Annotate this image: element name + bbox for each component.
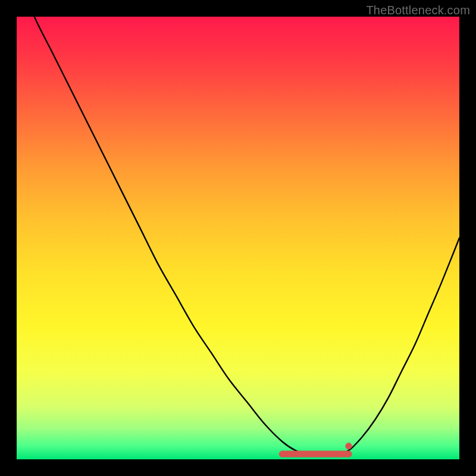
curve-layer bbox=[17, 17, 459, 459]
watermark-text: TheBottleneck.com bbox=[366, 4, 470, 17]
marker-dot bbox=[346, 443, 352, 449]
plot-area bbox=[17, 17, 459, 459]
chart-frame: TheBottleneck.com bbox=[0, 0, 476, 476]
bottleneck-curve bbox=[17, 0, 459, 455]
